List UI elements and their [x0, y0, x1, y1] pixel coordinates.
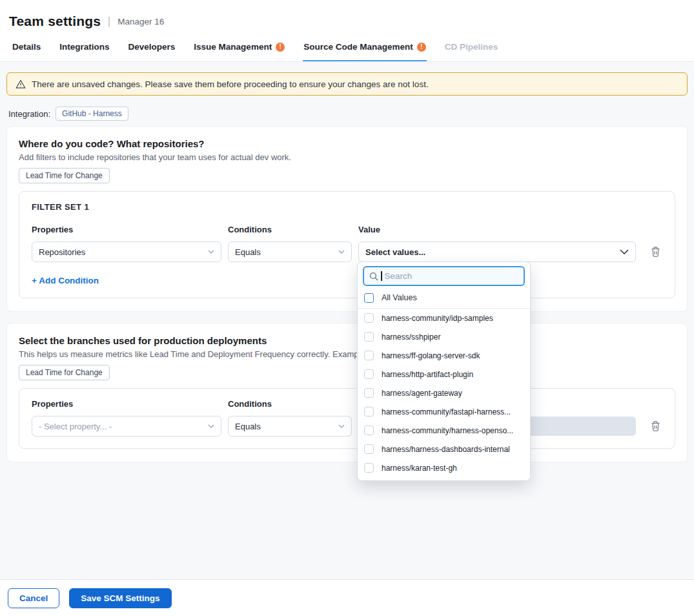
dropdown-search-input[interactable]: Search	[363, 266, 525, 286]
properties-header: Properties	[32, 225, 221, 234]
condition-select[interactable]: Equals	[228, 416, 352, 436]
search-placeholder: Search	[385, 271, 413, 281]
branches-filter-set: Properties Conditions - Select property.…	[19, 388, 675, 449]
checkbox-icon[interactable]	[364, 313, 374, 323]
trash-icon	[650, 420, 661, 432]
option-item[interactable]: harness-community/fastapi-harness...	[358, 402, 530, 421]
tab-source-code-management[interactable]: Source Code Management !	[303, 36, 427, 61]
text-cursor	[381, 271, 382, 281]
checkbox-icon[interactable]	[364, 388, 374, 398]
option-item[interactable]: harness/ff-golang-server-sdk	[358, 346, 530, 365]
option-item[interactable]: harness-community/harness-openso...	[358, 421, 530, 440]
repositories-card: Where do you code? What repositories? Ad…	[6, 126, 688, 312]
page-header: Team settings Manager 16	[0, 0, 694, 34]
trash-icon	[650, 246, 661, 258]
option-item-clipped[interactable]: harness/...	[358, 477, 530, 481]
warning-badge-icon: !	[276, 43, 285, 52]
team-name: Manager 16	[108, 17, 164, 26]
repositories-card-title: Where do you code? What repositories?	[19, 138, 675, 149]
checkbox-icon[interactable]	[364, 369, 374, 379]
checkbox-icon[interactable]	[364, 332, 374, 342]
option-item[interactable]: harness/agent-gateway	[358, 384, 530, 402]
team-settings-page: { "header": { "title": "Team settings", …	[0, 0, 694, 616]
delete-filter-button[interactable]	[649, 419, 662, 433]
option-item[interactable]: harness/http-artifact-plugin	[358, 365, 530, 384]
main-content: There are unsaved changes. Please save t…	[0, 62, 694, 579]
filter-column-headers: Properties Conditions	[32, 399, 662, 409]
unsaved-changes-banner: There are unsaved changes. Please save t…	[6, 72, 688, 96]
chevron-down-icon	[338, 424, 345, 428]
condition-select[interactable]: Equals	[228, 241, 352, 262]
properties-header: Properties	[32, 399, 221, 409]
integration-chip[interactable]: GitHub - Harness	[56, 107, 128, 121]
tab-cd-pipelines[interactable]: CD Pipelines	[444, 36, 499, 61]
filter-row: - Select property... - Equals	[32, 416, 662, 436]
property-select[interactable]: - Select property... -	[32, 416, 221, 436]
tab-details[interactable]: Details	[12, 36, 41, 61]
branches-card-subtitle: This helps us measure metrics like Lead …	[19, 349, 675, 359]
page-title: Team settings	[9, 14, 101, 29]
dropdown-options-list: harness-community/idp-samples harness/ss…	[358, 309, 530, 477]
checkbox-icon[interactable]	[364, 407, 374, 416]
integration-row: Integration: GitHub - Harness	[8, 107, 686, 121]
checkbox-icon[interactable]	[364, 444, 374, 454]
checkbox-icon[interactable]	[364, 426, 374, 435]
chevron-down-icon	[620, 249, 629, 254]
save-scm-settings-button[interactable]: Save SCM Settings	[69, 588, 171, 608]
lead-time-chip: Lead Time for Change	[19, 365, 110, 380]
property-select[interactable]: Repositories	[32, 241, 221, 262]
option-item[interactable]: harness/sshpiper	[358, 327, 530, 346]
banner-text: There are unsaved changes. Please save t…	[32, 79, 429, 89]
search-icon	[369, 272, 378, 281]
value-dropdown-popup: Search All Values harness-community/idp-…	[357, 262, 531, 481]
repositories-card-subtitle: Add filters to include repositories that…	[19, 152, 675, 162]
value-header: Value	[358, 225, 636, 234]
option-item[interactable]: harness/karan-test-gh	[358, 458, 530, 477]
checkbox-icon[interactable]	[364, 463, 374, 473]
tab-integrations[interactable]: Integrations	[59, 36, 110, 61]
checkbox-icon[interactable]	[364, 293, 374, 303]
delete-filter-button[interactable]	[649, 245, 662, 259]
warning-triangle-icon	[15, 79, 26, 89]
option-item[interactable]: harness-community/idp-samples	[358, 309, 530, 327]
checkbox-icon[interactable]	[364, 351, 374, 360]
warning-badge-icon: !	[417, 43, 426, 52]
chevron-down-icon	[208, 424, 214, 428]
lead-time-chip: Lead Time for Change	[19, 168, 110, 183]
filter-column-headers: Properties Conditions Value	[32, 225, 662, 234]
filter-row: Repositories Equals Select values...	[32, 241, 662, 262]
conditions-header: Conditions	[228, 399, 352, 409]
value-multiselect[interactable]: Select values...	[358, 241, 636, 262]
conditions-header: Conditions	[228, 225, 352, 234]
filter-set-title: FILTER SET 1	[32, 202, 662, 212]
integration-label: Integration:	[8, 109, 50, 119]
filter-set-1: FILTER SET 1 Properties Conditions Value…	[19, 191, 675, 298]
tab-bar: Details Integrations Developers Issue Ma…	[0, 34, 694, 62]
branches-card: Select the branches used for production …	[6, 323, 688, 462]
add-condition-button[interactable]: + Add Condition	[32, 276, 99, 285]
tab-issue-management[interactable]: Issue Management !	[193, 36, 285, 61]
option-all-values[interactable]: All Values	[358, 287, 530, 309]
chevron-down-icon	[208, 250, 214, 254]
tab-developers[interactable]: Developers	[128, 36, 176, 61]
chevron-down-icon	[338, 250, 345, 254]
option-item[interactable]: harness/harness-dashboards-internal	[358, 440, 530, 458]
footer-actions: Cancel Save SCM Settings	[0, 579, 694, 616]
branches-card-title: Select the branches used for production …	[19, 335, 675, 346]
cancel-button[interactable]: Cancel	[8, 588, 59, 608]
